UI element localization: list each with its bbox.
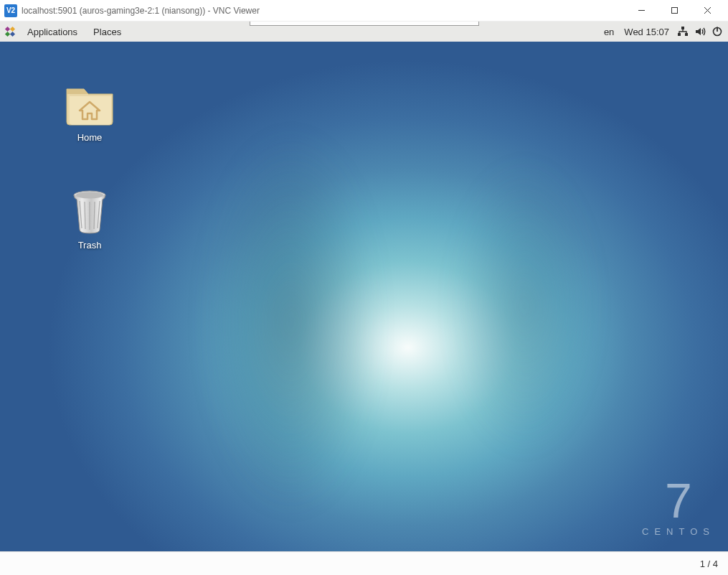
desktop-icon-label: Home <box>52 132 127 143</box>
svg-line-14 <box>80 201 82 228</box>
svg-rect-6 <box>5 32 10 37</box>
desktop-icon-label: Trash <box>52 240 127 251</box>
desktop-icon-trash[interactable]: Trash <box>52 185 127 251</box>
power-icon[interactable] <box>711 25 724 38</box>
distro-name: CENTOS <box>642 526 715 537</box>
svg-rect-5 <box>10 27 15 32</box>
vnc-toolbar-handle[interactable] <box>250 22 479 26</box>
svg-rect-7 <box>10 32 15 37</box>
vnc-page-indicator: 1 / 4 <box>700 558 718 569</box>
close-button[interactable] <box>691 0 724 22</box>
vnc-logo-icon: V2 <box>4 4 17 17</box>
trash-icon <box>61 185 118 235</box>
svg-line-18 <box>98 201 100 228</box>
network-icon[interactable] <box>676 25 689 38</box>
vnc-titlebar: V2 localhost:5901 (auros-gaming3e-2:1 (n… <box>0 0 728 22</box>
keyboard-layout-indicator[interactable]: en <box>601 27 617 37</box>
svg-point-13 <box>74 191 105 200</box>
distro-version: 7 <box>642 476 715 525</box>
svg-rect-1 <box>671 8 677 14</box>
desktop-area[interactable]: Home <box>0 42 728 551</box>
folder-home-icon <box>61 78 118 128</box>
desktop-icon-home[interactable]: Home <box>52 78 127 143</box>
distro-watermark: 7 CENTOS <box>642 476 715 537</box>
svg-rect-10 <box>685 33 688 36</box>
places-menu[interactable]: Places <box>86 24 128 40</box>
svg-rect-4 <box>5 27 10 32</box>
svg-line-15 <box>85 202 85 229</box>
clock[interactable]: Wed 15:07 <box>621 27 672 37</box>
svg-point-19 <box>76 192 103 199</box>
vnc-footer: 1 / 4 <box>0 551 728 575</box>
svg-line-17 <box>94 202 95 229</box>
minimize-button[interactable] <box>625 0 658 22</box>
maximize-button[interactable] <box>658 0 691 22</box>
vnc-window-title: localhost:5901 (auros-gaming3e-2:1 (nian… <box>22 6 260 16</box>
distro-logo-icon <box>4 26 16 37</box>
svg-rect-8 <box>681 27 684 29</box>
volume-icon[interactable] <box>694 25 706 38</box>
applications-menu[interactable]: Applications <box>20 24 85 40</box>
vnc-content: Applications Places en Wed 15:07 <box>0 22 728 551</box>
svg-rect-9 <box>678 33 681 36</box>
